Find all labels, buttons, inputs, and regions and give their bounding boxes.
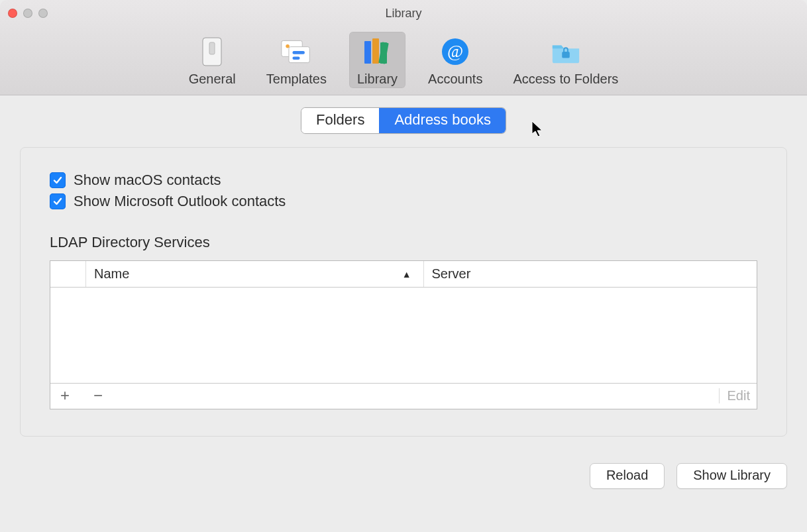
title-bar: Library — [0, 0, 807, 27]
add-button[interactable]: + — [57, 388, 73, 403]
toolbar-label: Library — [357, 72, 398, 87]
toolbar-label: Accounts — [428, 72, 482, 87]
checkbox-checked-icon — [50, 193, 66, 209]
ldap-table: Name ▲ Server + − Edit — [50, 260, 757, 409]
remove-button[interactable]: − — [90, 388, 106, 403]
templates-icon — [280, 36, 312, 68]
toolbar-label: Templates — [266, 72, 327, 87]
svg-point-4 — [286, 44, 290, 48]
folder-lock-icon — [550, 36, 582, 68]
footer-buttons: Reload Show Library — [20, 463, 787, 489]
show-macos-contacts[interactable]: Show macOS contacts — [50, 172, 757, 189]
reload-button[interactable]: Reload — [590, 463, 665, 489]
toolbar-item-general[interactable]: General — [181, 32, 244, 88]
ldap-heading: LDAP Directory Services — [50, 234, 757, 251]
svg-rect-7 — [364, 41, 371, 64]
library-icon — [362, 36, 394, 68]
column-label: Server — [432, 266, 471, 282]
svg-rect-6 — [293, 56, 300, 60]
show-library-button[interactable]: Show Library — [676, 463, 787, 489]
general-icon — [196, 36, 228, 68]
svg-rect-10 — [378, 42, 388, 64]
tab-selector: Folders Address books — [20, 107, 787, 134]
column-handle[interactable] — [50, 261, 86, 287]
address-books-panel: Show macOS contacts Show Microsoft Outlo… — [20, 147, 787, 437]
toolbar-item-templates[interactable]: Templates — [258, 32, 335, 88]
preferences-toolbar: General Templates — [0, 27, 807, 95]
svg-rect-13 — [562, 52, 570, 58]
cursor-icon — [531, 121, 545, 138]
svg-rect-1 — [209, 42, 215, 54]
checkbox-label: Show macOS contacts — [74, 172, 221, 189]
main-area: Folders Address books Show macOS contact… — [0, 95, 807, 532]
table-body[interactable] — [50, 288, 757, 383]
table-header: Name ▲ Server — [50, 261, 757, 288]
minimize-icon[interactable] — [23, 9, 32, 18]
svg-text:@: @ — [447, 42, 463, 61]
preferences-window: Library General Template — [0, 0, 807, 532]
toolbar-item-access[interactable]: Access to Folders — [505, 32, 626, 88]
toolbar-item-library[interactable]: Library — [349, 32, 405, 88]
svg-rect-5 — [293, 51, 305, 54]
window-title: Library — [0, 7, 807, 21]
column-server[interactable]: Server — [424, 261, 757, 287]
toolbar-label: General — [189, 72, 236, 87]
window-controls — [8, 9, 48, 18]
tab-address-books[interactable]: Address books — [379, 108, 506, 133]
toolbar-label: Access to Folders — [513, 72, 618, 87]
svg-rect-8 — [372, 38, 379, 64]
checkbox-label: Show Microsoft Outlook contacts — [74, 193, 286, 210]
column-label: Name — [94, 266, 129, 282]
zoom-icon[interactable] — [38, 9, 48, 18]
tab-folders[interactable]: Folders — [301, 108, 379, 133]
show-outlook-contacts[interactable]: Show Microsoft Outlook contacts — [50, 193, 757, 210]
toolbar-item-accounts[interactable]: @ Accounts — [420, 32, 490, 88]
edit-button[interactable]: Edit — [719, 388, 750, 403]
accounts-icon: @ — [439, 36, 471, 68]
column-name[interactable]: Name ▲ — [86, 261, 424, 287]
table-footer: + − Edit — [50, 383, 757, 409]
sort-asc-icon: ▲ — [402, 269, 411, 280]
close-icon[interactable] — [8, 9, 17, 18]
svg-rect-3 — [289, 47, 309, 63]
checkbox-checked-icon — [50, 172, 66, 188]
